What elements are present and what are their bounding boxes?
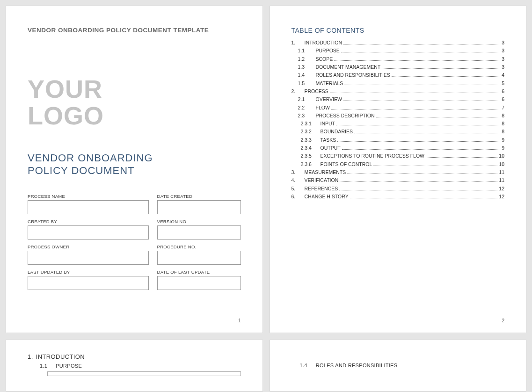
section-number: 1.1 xyxy=(40,363,47,369)
toc-number: 1.1 xyxy=(298,47,311,55)
field-label: CREATED BY xyxy=(28,219,149,224)
toc-label: ROLES AND RESPONSIBILITIES xyxy=(316,71,390,79)
toc-item[interactable]: 2.PROCESS 6 xyxy=(292,87,505,95)
content-box[interactable] xyxy=(47,371,241,376)
toc-page-number: 3 xyxy=(502,55,504,63)
logo-line-2: LOGO xyxy=(28,102,241,129)
date-created-input[interactable] xyxy=(157,200,241,214)
toc-label: PROCESS DESCRIPTION xyxy=(316,112,375,120)
toc-page-number: 7 xyxy=(502,104,504,112)
toc-label: MEASUREMENTS xyxy=(305,168,346,176)
toc-label: INPUT xyxy=(321,120,335,128)
section-heading-2: 1.4ROLES AND RESPONSIBILITIES xyxy=(300,363,505,368)
toc-number: 1.2 xyxy=(298,55,311,63)
date-last-update-input[interactable] xyxy=(157,276,241,290)
field-label: PROCEDURE NO. xyxy=(157,244,241,249)
toc-item[interactable]: 2.1OVERVIEW 6 xyxy=(292,95,505,103)
section-number: 1.4 xyxy=(300,363,307,368)
logo-placeholder: YOUR LOGO xyxy=(28,76,241,129)
toc-item[interactable]: 2.3.1INPUT 8 xyxy=(292,120,505,128)
toc-page-number: 10 xyxy=(499,152,504,160)
toc-item[interactable]: 2.3.5EXCEPTIONS TO ROUTINE PROCESS FLOW … xyxy=(292,152,505,160)
toc-label: BOUNDARIES xyxy=(321,128,353,136)
toc-leader-dots xyxy=(342,149,500,150)
toc-item[interactable]: 1.3DOCUMENT MANAGEMENT 3 xyxy=(292,63,505,71)
toc-label: PURPOSE xyxy=(316,47,340,55)
toc-item[interactable]: 4.VERIFICATION 11 xyxy=(292,176,505,184)
field-process-name: PROCESS NAME xyxy=(28,194,149,214)
toc-number: 1.3 xyxy=(298,63,311,71)
toc-number: 4. xyxy=(292,176,300,184)
document-header: VENDOR ONBOARDING POLICY DOCUMENT TEMPLA… xyxy=(28,27,241,34)
toc-item[interactable]: 2.3.3TASKS 9 xyxy=(292,136,505,144)
toc-number: 2.3.1 xyxy=(301,120,316,128)
page-intro: 1.INTRODUCTION 1.1PURPOSE xyxy=(6,340,263,392)
toc-item[interactable]: 6.CHANGE HISTORY 12 xyxy=(292,193,505,201)
field-label: PROCESS OWNER xyxy=(28,244,149,249)
toc-item[interactable]: 2.2FLOW 7 xyxy=(292,104,505,112)
field-label: PROCESS NAME xyxy=(28,194,149,199)
page-cover: VENDOR ONBOARDING POLICY DOCUMENT TEMPLA… xyxy=(6,6,263,333)
toc-leader-dots xyxy=(392,76,500,77)
toc-number: 1. xyxy=(292,39,300,47)
toc-item[interactable]: 2.3.6POINTS OF CONTROL 10 xyxy=(292,160,505,168)
toc-leader-dots xyxy=(373,166,497,166)
toc-leader-dots xyxy=(341,52,500,52)
toc-label: CHANGE HISTORY xyxy=(305,193,349,201)
toc-leader-dots xyxy=(343,44,500,44)
toc-label: MATERIALS xyxy=(316,80,343,87)
toc-page-number: 9 xyxy=(502,136,504,144)
cover-form: PROCESS NAME DATE CREATED CREATED BY VER… xyxy=(28,194,241,290)
toc-item[interactable]: 5.REFERENCES 12 xyxy=(292,185,505,193)
toc-leader-dots xyxy=(337,141,500,142)
toc-item[interactable]: 3.MEASUREMENTS 11 xyxy=(292,168,505,176)
document-title: VENDOR ONBOARDING POLICY DOCUMENT xyxy=(28,152,241,177)
toc-label: SCOPE xyxy=(316,55,333,63)
toc-leader-dots xyxy=(347,174,497,174)
toc-item[interactable]: 1.4ROLES AND RESPONSIBILITIES 4 xyxy=(292,71,505,79)
toc-label: INTRODUCTION xyxy=(305,39,343,47)
field-label: DATE OF LAST UPDATE xyxy=(157,269,241,275)
toc-item[interactable]: 1.1PURPOSE 3 xyxy=(292,47,505,55)
toc-item[interactable]: 1.2SCOPE 3 xyxy=(292,55,505,63)
toc-number: 2.3.6 xyxy=(301,160,316,168)
toc-number: 2.3.2 xyxy=(301,128,316,136)
toc-item[interactable]: 2.3.2BOUNDARIES 8 xyxy=(292,128,505,136)
version-no-input[interactable] xyxy=(157,225,241,240)
toc-item[interactable]: 2.3PROCESS DESCRIPTION 8 xyxy=(292,112,505,120)
toc-leader-dots xyxy=(354,133,500,133)
toc-label: OVERVIEW xyxy=(316,95,342,103)
created-by-input[interactable] xyxy=(28,225,149,240)
toc-page-number: 8 xyxy=(502,128,504,136)
field-date-last-update: DATE OF LAST UPDATE xyxy=(157,269,241,290)
toc-leader-dots xyxy=(330,93,500,93)
toc-leader-dots xyxy=(339,190,497,190)
toc-label: VERIFICATION xyxy=(305,176,339,184)
toc-label: OUTPUT xyxy=(321,144,341,152)
procedure-no-input[interactable] xyxy=(157,251,241,265)
toc-item[interactable]: 2.3.4OUTPUT 9 xyxy=(292,144,505,152)
last-updated-by-input[interactable] xyxy=(28,276,149,290)
toc-page-number: 3 xyxy=(502,39,504,47)
toc-leader-dots xyxy=(343,101,500,101)
toc-leader-dots xyxy=(334,60,500,61)
toc-number: 3. xyxy=(292,168,300,176)
field-process-owner: PROCESS OWNER xyxy=(28,244,149,265)
toc-label: PROCESS xyxy=(305,87,328,95)
toc-item[interactable]: 1.5MATERIALS 5 xyxy=(292,80,505,87)
toc-leader-dots xyxy=(331,109,500,109)
toc-page-number: 12 xyxy=(499,193,504,201)
section-label: PURPOSE xyxy=(56,363,82,369)
toc-leader-dots xyxy=(376,117,501,117)
process-name-input[interactable] xyxy=(28,200,149,214)
process-owner-input[interactable] xyxy=(28,251,149,265)
toc-page-number: 11 xyxy=(499,168,504,176)
section-label: ROLES AND RESPONSIBILITIES xyxy=(316,363,398,368)
toc-page-number: 6 xyxy=(502,95,504,103)
toc-item[interactable]: 1.INTRODUCTION 3 xyxy=(292,39,505,47)
toc-page-number: 9 xyxy=(502,144,504,152)
toc-leader-dots xyxy=(340,181,497,182)
toc-page-number: 10 xyxy=(499,160,504,168)
toc-leader-dots xyxy=(336,125,500,125)
field-label: VERSION NO. xyxy=(157,219,241,224)
